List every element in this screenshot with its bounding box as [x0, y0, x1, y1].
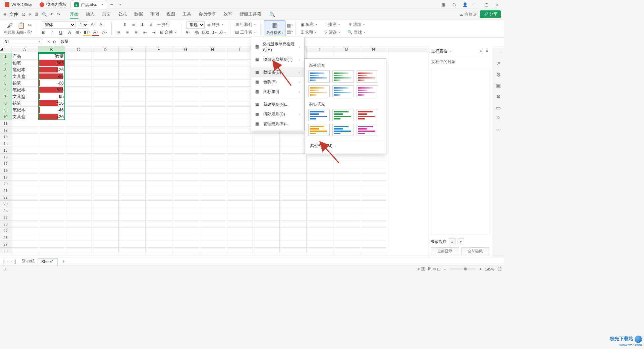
cell[interactable]: [11, 147, 38, 154]
cell[interactable]: [38, 120, 65, 127]
cell[interactable]: [38, 134, 65, 140]
cell[interactable]: [38, 147, 65, 154]
row-header[interactable]: 20: [0, 181, 11, 187]
cell[interactable]: [172, 120, 199, 127]
cell[interactable]: [172, 160, 199, 167]
cell[interactable]: 文具盒: [11, 73, 38, 80]
cell[interactable]: [92, 140, 119, 147]
cell[interactable]: [333, 221, 360, 228]
cell[interactable]: [253, 194, 280, 201]
cell[interactable]: [360, 154, 387, 160]
cell[interactable]: [38, 127, 65, 134]
row-header[interactable]: 11: [0, 120, 11, 127]
cell[interactable]: [226, 221, 253, 228]
cell[interactable]: [226, 174, 253, 181]
save-icon[interactable]: 🖫: [21, 12, 25, 17]
cell[interactable]: [65, 160, 92, 167]
cell[interactable]: [38, 154, 65, 160]
cell[interactable]: [119, 154, 146, 160]
cell[interactable]: [226, 228, 253, 234]
row-header[interactable]: 10: [0, 113, 11, 120]
cell[interactable]: [146, 66, 172, 73]
cell[interactable]: 数量: [38, 53, 65, 60]
sheet-last-icon[interactable]: ›|: [14, 259, 16, 264]
cell[interactable]: [146, 207, 172, 214]
row-header[interactable]: 26: [0, 221, 11, 228]
sheet-next-icon[interactable]: ›: [10, 259, 12, 264]
print-icon[interactable]: 🖶: [35, 12, 39, 17]
cell[interactable]: [11, 140, 38, 147]
col-header-N[interactable]: N: [360, 46, 387, 53]
fill-button[interactable]: ▣填充▾: [299, 21, 318, 28]
copy-icon[interactable]: ⎘▾: [27, 29, 33, 35]
cell[interactable]: [38, 214, 65, 221]
cell[interactable]: [146, 234, 172, 241]
col-header-B[interactable]: B: [38, 46, 65, 53]
cell[interactable]: [199, 248, 226, 254]
cell[interactable]: [119, 207, 146, 214]
row-header[interactable]: 27: [0, 228, 11, 234]
underline-button[interactable]: U: [57, 29, 64, 36]
databar-solid-pink[interactable]: [357, 124, 378, 136]
cell[interactable]: [38, 174, 65, 181]
cell[interactable]: [280, 201, 307, 207]
align-center-icon[interactable]: ≡: [124, 29, 131, 36]
cell[interactable]: [11, 248, 38, 254]
cell[interactable]: [199, 73, 226, 80]
databar-gradient-orange[interactable]: [308, 85, 330, 97]
cell[interactable]: [92, 87, 119, 93]
cell[interactable]: [11, 221, 38, 228]
cell[interactable]: [360, 201, 387, 207]
cell[interactable]: [172, 134, 199, 140]
cell[interactable]: [119, 228, 146, 234]
menu-tab-开始[interactable]: 开始: [70, 10, 78, 19]
bold-button[interactable]: B: [40, 29, 47, 36]
cell[interactable]: [199, 228, 226, 234]
cell[interactable]: [172, 100, 199, 107]
align-right-icon[interactable]: ≡: [132, 29, 140, 36]
cell[interactable]: [65, 113, 92, 120]
conditional-format-button[interactable]: ▦条件格式▾: [264, 20, 285, 36]
cell[interactable]: [253, 147, 280, 154]
cell[interactable]: [199, 127, 226, 134]
cell[interactable]: [172, 60, 199, 66]
cell[interactable]: [92, 66, 119, 73]
cell[interactable]: [360, 221, 387, 228]
cell[interactable]: 铅笔: [11, 100, 38, 107]
cell[interactable]: [199, 194, 226, 201]
tab-template[interactable]: 找稿壳模板: [36, 1, 70, 9]
cell[interactable]: [119, 174, 146, 181]
row-header[interactable]: 2: [0, 60, 11, 66]
cell[interactable]: [92, 181, 119, 187]
cell[interactable]: [92, 107, 119, 113]
cell[interactable]: [199, 241, 226, 248]
font-size-select[interactable]: 11: [77, 21, 88, 29]
cell[interactable]: [119, 134, 146, 140]
cell[interactable]: [226, 167, 253, 174]
cell[interactable]: [119, 181, 146, 187]
cell[interactable]: [226, 60, 253, 66]
cell[interactable]: [65, 134, 92, 140]
cell[interactable]: [146, 100, 172, 107]
cell[interactable]: [199, 140, 226, 147]
cell[interactable]: [11, 201, 38, 207]
cell[interactable]: [360, 214, 387, 221]
cell[interactable]: [146, 214, 172, 221]
cell[interactable]: [280, 214, 307, 221]
zoom-level[interactable]: 145%: [485, 267, 494, 271]
menu-tab-数据[interactable]: 数据: [134, 10, 143, 19]
cell[interactable]: [307, 234, 333, 241]
row-header[interactable]: 30: [0, 248, 11, 254]
cell[interactable]: [199, 134, 226, 140]
freeze-button[interactable]: ❄冻结▾: [347, 21, 366, 28]
cell[interactable]: [199, 174, 226, 181]
cell[interactable]: [11, 160, 38, 167]
cell[interactable]: [65, 214, 92, 221]
cell[interactable]: [65, 194, 92, 201]
cell[interactable]: [333, 174, 360, 181]
cell[interactable]: [199, 207, 226, 214]
percent-icon[interactable]: %: [193, 29, 201, 36]
cell[interactable]: [38, 241, 65, 248]
cell[interactable]: 426: [38, 113, 65, 120]
tab-add-button[interactable]: +: [108, 2, 116, 8]
